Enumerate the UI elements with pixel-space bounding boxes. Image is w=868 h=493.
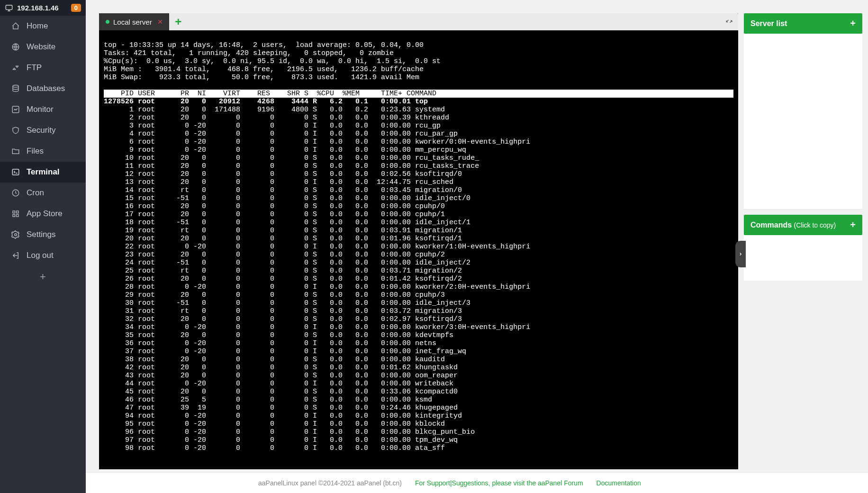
sidebar-item-label: Files [27,146,44,156]
footer-copyright: aaPanelLinux panel ©2014-2021 aaPanel (b… [258,479,402,487]
folder-icon [10,147,21,155]
terminal-tab-bar: Local server × + [99,13,738,30]
sidebar-item-website[interactable]: Website [0,37,86,57]
process-row: 94 root 0 -20 0 0 0 I 0.0 0.0 0:00.00 ki… [104,412,462,420]
sidebar-item-label: Monitor [27,105,54,114]
sidebar-item-security[interactable]: Security [0,120,86,141]
process-row: 9 root 0 -20 0 0 0 I 0.0 0.0 0:00.00 mm_… [104,146,466,154]
svg-rect-7 [17,211,19,213]
collapse-right-icon[interactable] [735,241,746,267]
terminal-panel: Local server × + top - 10:33:35 up 14 da… [99,13,738,469]
commands-header[interactable]: Commands (Click to copy) + [744,215,862,235]
process-row: 19 root rt 0 0 0 0 S 0.0 0.0 0:03.91 mig… [104,227,462,235]
process-row: 36 root 0 -20 0 0 0 I 0.0 0.0 0:00.00 ne… [104,339,436,347]
sidebar-item-terminal[interactable]: Terminal [0,162,86,183]
process-row: 23 root 20 0 0 0 0 S 0.0 0.0 0:00.00 cpu… [104,251,445,259]
process-row: 4 root 0 -20 0 0 0 I 0.0 0.0 0:00.00 rcu… [104,130,458,138]
sidebar-item-label: Log out [27,251,54,260]
process-row: 30 root -51 0 0 0 0 S 0.0 0.0 0:00.00 id… [104,299,470,307]
status-dot-icon [106,20,109,24]
process-row: 47 root 39 19 0 0 0 S 0.0 0.0 0:24.46 kh… [104,404,458,412]
process-row: 37 root 0 -20 0 0 0 I 0.0 0.0 0:00.00 in… [104,347,466,356]
commands-add-icon[interactable]: + [850,219,856,230]
nav-add-button[interactable]: + [0,266,86,288]
sidebar-item-label: Terminal [27,167,60,177]
commands-title: Commands (Click to copy) [750,221,836,229]
sidebar-header[interactable]: 192.168.1.46 0 [0,0,86,16]
terminal-tab-active[interactable]: Local server × [99,13,169,30]
sidebar-item-appstore[interactable]: App Store [0,203,86,224]
sidebar: 192.168.1.46 0 HomeWebsiteFTPDatabasesMo… [0,0,86,493]
process-row: 2 root 20 0 0 0 0 S 0.0 0.0 0:00.39 kthr… [104,114,449,122]
server-list-add-icon[interactable]: + [850,18,856,29]
top-column-header: PID USER PR NI VIRT RES SHR S %CPU %MEM … [104,90,733,98]
sidebar-item-files[interactable]: Files [0,141,86,162]
sidebar-item-label: FTP [27,63,42,73]
server-list-header[interactable]: Server list + [744,13,862,34]
process-row: 12 root 20 0 0 0 0 S 0.0 0.0 0:02.56 kso… [104,170,462,178]
sidebar-item-settings[interactable]: Settings [0,224,86,245]
process-row: 97 root 0 -20 0 0 0 I 0.0 0.0 0:00.00 tp… [104,436,458,444]
database-icon [10,84,21,93]
process-row: 11 root 20 0 0 0 0 S 0.0 0.0 0:00.00 rcu… [104,162,479,170]
process-row: 45 root 20 0 0 0 0 S 0.0 0.0 0:33.06 kco… [104,388,458,396]
process-row: 29 root 20 0 0 0 0 S 0.0 0.0 0:00.00 cpu… [104,291,445,299]
right-column: Server list + Commands (Click to copy) + [744,13,862,469]
tab-label: Local server [113,18,152,26]
process-row: 6 root 0 -20 0 0 0 I 0.0 0.0 0:00.00 kwo… [104,138,530,146]
process-row: 44 root 0 -20 0 0 0 I 0.0 0.0 0:00.00 wr… [104,380,453,388]
process-row: 14 root rt 0 0 0 0 S 0.0 0.0 0:03.45 mig… [104,186,462,194]
process-row: 3 root 0 -20 0 0 0 I 0.0 0.0 0:00.00 rcu… [104,122,441,130]
process-row: 13 root 20 0 0 0 0 I 0.0 0.0 12:44.75 rc… [104,178,453,186]
sidebar-item-label: Settings [27,230,55,239]
sidebar-item-label: Databases [27,84,65,93]
footer-forum-link[interactable]: For Support|Suggestions, please visit th… [415,479,583,487]
process-row: 98 root 0 -20 0 0 0 I 0.0 0.0 0:00.00 at… [104,444,445,452]
process-row: 34 root 0 -20 0 0 0 I 0.0 0.0 0:00.00 kw… [104,323,530,331]
sidebar-item-label: Security [27,126,55,135]
process-row: 17 root 20 0 0 0 0 S 0.0 0.0 0:00.00 cpu… [104,210,445,219]
terminal-icon [10,168,21,176]
sidebar-item-logout[interactable]: Log out [0,245,86,266]
ftp-icon [10,64,21,72]
fullscreen-icon[interactable] [725,17,733,26]
process-row: 28 root 0 -20 0 0 0 I 0.0 0.0 0:00.00 kw… [104,283,530,291]
sidebar-item-cron[interactable]: Cron [0,183,86,203]
process-row: 20 root 20 0 0 0 0 S 0.0 0.0 0:01.96 kso… [104,235,462,243]
main-area: Local server × + top - 10:33:35 up 14 da… [86,0,868,493]
process-row: 32 root 20 0 0 0 0 S 0.0 0.0 0:02.97 kso… [104,315,462,323]
process-row: 26 root 20 0 0 0 0 S 0.0 0.0 0:01.42 kso… [104,275,462,283]
logout-icon [10,251,21,260]
process-list: 1278526 root 20 0 20912 4268 3444 R 6.2 … [104,98,530,452]
tab-add-button[interactable]: + [169,15,187,28]
svg-point-2 [13,85,18,88]
process-row: 15 root -51 0 0 0 0 S 0.0 0.0 0:00.00 id… [104,194,470,202]
grid-icon [10,210,21,218]
home-icon [10,22,21,30]
sidebar-item-label: Website [27,42,55,52]
process-row: 43 root 20 0 0 0 0 S 0.0 0.0 0:00.00 oom… [104,372,458,380]
globe-icon [10,43,21,51]
sidebar-item-label: Home [27,21,48,31]
sidebar-item-databases[interactable]: Databases [0,78,86,99]
sidebar-item-home[interactable]: Home [0,16,86,37]
process-row: 22 root 0 -20 0 0 0 I 0.0 0.0 0:00.00 kw… [104,243,530,251]
sidebar-item-monitor[interactable]: Monitor [0,99,86,120]
commands-body [744,235,862,281]
svg-point-10 [15,234,17,236]
tab-close-icon[interactable]: × [158,17,163,27]
process-row: 46 root 25 5 0 0 0 S 0.0 0.0 0:00.00 ksm… [104,396,432,404]
terminal-output[interactable]: top - 10:33:35 up 14 days, 16:48, 2 user… [99,30,738,469]
sidebar-item-label: App Store [27,209,63,219]
server-list-body [744,34,862,209]
footer-docs-link[interactable]: Documentation [597,479,641,487]
svg-rect-6 [13,211,15,213]
gear-icon [10,230,21,239]
alert-badge[interactable]: 0 [71,4,81,12]
server-icon [5,4,13,12]
svg-rect-8 [13,215,15,217]
process-row: 18 root -51 0 0 0 0 S 0.0 0.0 0:00.00 id… [104,219,470,227]
sidebar-item-ftp[interactable]: FTP [0,57,86,78]
clock-icon [10,189,21,197]
shield-icon [10,126,21,135]
